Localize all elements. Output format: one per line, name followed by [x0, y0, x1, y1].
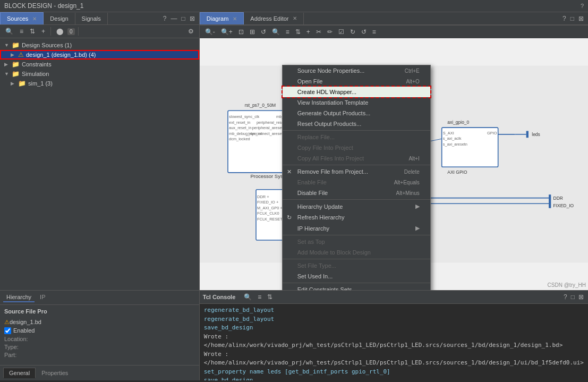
left-close-btn[interactable]: ⊠ — [189, 14, 196, 23]
tab-address-editor[interactable]: Address Editor ✕ — [244, 13, 304, 24]
tcl-title: Tcl Console — [203, 294, 236, 300]
cut-btn[interactable]: ✂ — [314, 27, 323, 37]
tree-design1[interactable]: ▶ ⚠ design_1 (design_1.bd) (4) — [0, 50, 199, 60]
menu-edit-constraints[interactable]: Edit Constraints Sets... — [283, 284, 430, 290]
menu-source-node-props[interactable]: Source Node Properties... Ctrl+E — [283, 65, 430, 76]
hier-tab[interactable]: Hierarchy — [3, 293, 35, 302]
menu-add-module[interactable]: Add Module to Block Design — [283, 247, 430, 258]
watermark: CSDN @try_HH — [548, 282, 586, 288]
menu-replace-file[interactable]: Replace File... — [283, 132, 430, 142]
tcl-content: regenerate_bd_layout regenerate_bd_layou… — [200, 304, 588, 380]
menu-sep2 — [283, 165, 430, 165]
left-minimize-btn[interactable]: — — [170, 14, 178, 23]
tab-diagram-close[interactable]: ✕ — [233, 16, 237, 22]
properties-tab-label: Properties — [41, 370, 68, 376]
fit-view-btn[interactable]: ⊡ — [236, 27, 246, 37]
collapse-all-btn[interactable]: ≡ — [18, 27, 25, 36]
tree-arrow-sim1: ▶ — [11, 81, 16, 86]
undo-btn[interactable]: ↺ — [259, 27, 268, 37]
search-diagram-btn[interactable]: 🔍 — [270, 27, 282, 37]
tree-sim1[interactable]: ▶ 📁 sim_1 (3) — [0, 79, 199, 88]
menu-remove-file[interactable]: ✕ Remove File from Project... Delete — [283, 166, 430, 177]
menu-gen-output-label: Generate Output Products... — [297, 110, 371, 116]
enabled-checkbox[interactable] — [4, 327, 11, 334]
menu-set-as-top[interactable]: Set as Top — [283, 236, 430, 247]
menu-copy-all[interactable]: Copy All Files Into Project Alt+I — [283, 153, 430, 164]
menu-open-file[interactable]: Open File Alt+O — [283, 76, 430, 87]
left-panel: Sources ✕ Design Signals ? — □ ⊠ 🔍 ≡ ⇅ + — [0, 12, 200, 380]
tcl-section: Tcl Console 🔍 ≡ ⇅ ? □ ⊠ regenerate_bd_la… — [200, 290, 588, 380]
menu-view-inst-label: View Instantiation Template — [297, 99, 369, 106]
ip-tab[interactable]: IP — [37, 293, 48, 302]
right-panel-actions: ? □ ⊠ — [558, 14, 588, 23]
menu-copy-file[interactable]: Copy File Into Project — [283, 142, 430, 153]
tcl-expand-btn[interactable]: ⇅ — [265, 292, 275, 302]
svg-text:ext_reset_in: ext_reset_in — [229, 120, 250, 125]
pen-btn[interactable]: ✏ — [325, 27, 335, 37]
tree-design-sources[interactable]: ▼ 📁 Design Sources (1) — [0, 40, 199, 50]
refresh-btn[interactable]: ↻ — [348, 27, 357, 37]
expand-all-btn[interactable]: ⇅ — [293, 27, 303, 37]
left-help-btn[interactable]: ? — [162, 14, 168, 23]
tab-address-close[interactable]: ✕ — [293, 15, 297, 21]
title-text: BLOCK DESIGN - design_1 — [4, 2, 83, 10]
properties-tab[interactable]: Properties — [36, 368, 74, 378]
menu-disable-shortcut: Alt+Minus — [396, 190, 420, 196]
menu-view-instantiation[interactable]: View Instantiation Template — [283, 97, 430, 108]
sfp-header-row: Source File Pro — [4, 308, 195, 315]
tab-sources-close[interactable]: ✕ — [32, 16, 37, 22]
left-panel-actions: ? — □ ⊠ — [159, 14, 199, 23]
list-btn[interactable]: ≡ — [370, 27, 378, 37]
tcl-close-btn[interactable]: ⊠ — [577, 292, 585, 302]
svg-rect-46 — [549, 201, 551, 208]
menu-refresh-hierarchy[interactable]: ↻ Refresh Hierarchy — [283, 212, 430, 223]
menu-generate-output[interactable]: Generate Output Products... — [283, 108, 430, 118]
search-btn[interactable]: 🔍 — [3, 27, 15, 36]
menu-enable-file[interactable]: Enable File Alt+Equals — [283, 177, 430, 188]
fit-selection-btn[interactable]: ⊞ — [248, 27, 257, 37]
menu-ip-hierarchy[interactable]: IP Hierarchy ▶ — [283, 223, 430, 234]
tab-design[interactable]: Design — [44, 13, 75, 24]
tcl-collapse-btn[interactable]: ≡ — [255, 292, 263, 302]
settings-btn[interactable]: ⚙ — [186, 27, 196, 36]
svg-rect-32 — [526, 131, 528, 138]
left-restore-btn[interactable]: □ — [181, 14, 186, 23]
tcl-help-btn[interactable]: ? — [563, 292, 568, 302]
diagram-toolbar: 🔍- 🔍+ ⊡ ⊞ ↺ 🔍 ≡ ⇅ + ✂ ✏ ☑ ↻ ↺ ≡ — [200, 25, 588, 38]
tree-arrow-design: ▼ — [4, 43, 10, 48]
sources-tree: ▼ 📁 Design Sources (1) ▶ ⚠ design_1 (des… — [0, 38, 199, 290]
menu-hierarchy-update[interactable]: Hierarchy Update ▶ — [283, 201, 430, 212]
tab-signals-label: Signals — [82, 15, 101, 22]
add-sources-toolbar-btn[interactable]: + — [39, 27, 47, 36]
right-close-btn[interactable]: ⊠ — [577, 14, 585, 23]
expand-btn[interactable]: ⇅ — [28, 27, 37, 36]
tab-signals[interactable]: Signals — [75, 13, 108, 24]
menu-edit-constr-label: Edit Constraints Sets... — [297, 286, 357, 290]
svg-text:FIXED_IO +: FIXED_IO + — [257, 200, 278, 205]
constraints-label: Constraints — [22, 61, 52, 67]
compile-btn[interactable]: ⬤ — [54, 27, 65, 36]
tcl-minimize-btn[interactable]: □ — [570, 292, 576, 302]
menu-set-file-type[interactable]: Set File Type... — [283, 260, 430, 271]
tab-sources[interactable]: Sources ✕ — [0, 12, 44, 24]
general-tab[interactable]: General — [3, 368, 36, 378]
redo-btn[interactable]: ↺ — [359, 27, 369, 37]
add-ip-btn[interactable]: + — [304, 27, 312, 37]
right-help-btn[interactable]: ? — [561, 14, 567, 23]
svg-text:S_AXI: S_AXI — [443, 131, 454, 135]
menu-create-hdl[interactable]: Create HDL Wrapper... — [283, 87, 430, 97]
tcl-search-btn[interactable]: 🔍 — [242, 292, 254, 302]
menu-set-used-in[interactable]: Set Used In... — [283, 271, 430, 282]
validate-btn[interactable]: ☑ — [336, 27, 346, 37]
menu-reset-output[interactable]: Reset Output Products... — [283, 118, 430, 129]
tree-simulation[interactable]: ▼ 📁 Simulation — [0, 69, 199, 79]
svg-text:FCLK_CLK0: FCLK_CLK0 — [257, 211, 279, 216]
zoom-in-btn[interactable]: 🔍+ — [219, 27, 235, 37]
menu-disable-file[interactable]: Disable File Alt+Minus — [283, 188, 430, 198]
right-minimize-btn[interactable]: □ — [569, 14, 575, 23]
tree-constraints[interactable]: ▶ 📁 Constraints — [0, 60, 199, 69]
collapse-btn[interactable]: ≡ — [284, 27, 292, 37]
tab-diagram[interactable]: Diagram ✕ — [200, 12, 244, 24]
zoom-out-btn[interactable]: 🔍- — [203, 27, 217, 37]
title-help[interactable]: ? — [581, 3, 584, 9]
